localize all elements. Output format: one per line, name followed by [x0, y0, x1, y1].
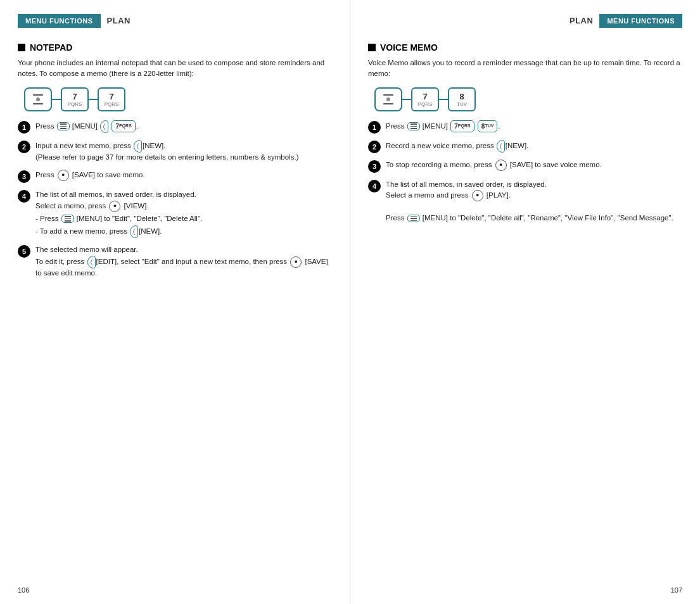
inline-circle-key-1: ●: [58, 170, 69, 181]
vm-inline-menu-key-2: [407, 215, 420, 223]
vm-inline-7-key: 7PQRS: [450, 120, 474, 133]
step-number-2: 2: [18, 141, 30, 153]
voicememo-step-4: 4 The list of all memos, in saved order,…: [368, 179, 682, 224]
right-page-number: 107: [671, 586, 682, 594]
voicememo-step-2: 2 Record a new voice memo, press 〉[NEW].: [368, 140, 682, 153]
vm-diagram-8-key: 8 TUV: [448, 87, 476, 111]
left-menu-functions-badge: MENU FUNCTIONS: [18, 14, 101, 28]
right-page: PLAN MENU FUNCTIONS VOICE MEMO Voice Mem…: [350, 0, 700, 604]
diagram-menu-key: [24, 87, 52, 111]
vm-inline-nav-key-1: 〉: [497, 140, 505, 153]
right-menu-functions-badge: MENU FUNCTIONS: [599, 14, 682, 28]
voicememo-step-1: 1 Press [MENU] 7PQRS 8TUV.: [368, 120, 682, 134]
vm-step-number-1: 1: [368, 121, 381, 134]
notepad-step-1: 1 Press [MENU] 〉 7PQRS.: [18, 120, 332, 134]
step-number-5: 5: [18, 245, 30, 258]
step-number-4: 4: [18, 190, 30, 203]
right-plan-label: PLAN: [563, 13, 599, 28]
notepad-step-5: 5 The selected memo will appear. To edit…: [18, 244, 332, 279]
key-connector-2: [89, 99, 98, 100]
vm-inline-circle-key-2: ●: [472, 190, 483, 201]
step-2-content: Input a new text memo, press 〉[NEW]. (Pl…: [35, 140, 332, 163]
left-page: MENU FUNCTIONS PLAN NOTEPAD Your phone i…: [0, 0, 350, 604]
left-header: MENU FUNCTIONS PLAN: [18, 13, 332, 28]
inline-nav-key-1: 〉: [100, 120, 108, 133]
diagram-7-key-1: 7 PQRS: [61, 87, 89, 111]
inline-circle-key-2: ●: [109, 201, 120, 212]
vm-diagram-menu-key: [374, 87, 402, 111]
title-square-icon: [18, 44, 25, 51]
vm-step-1-content: Press [MENU] 7PQRS 8TUV.: [386, 120, 682, 133]
vm-inline-8-key: 8TUV: [478, 120, 498, 133]
left-plan-label: PLAN: [101, 13, 137, 28]
diagram-7-key-2: 7 PQRS: [98, 87, 125, 111]
step-number-3: 3: [18, 170, 30, 183]
vm-inline-circle-key-1: ●: [495, 160, 507, 171]
step-4-content: The list of all memos, in saved order, i…: [35, 189, 332, 238]
vm-inline-menu-key-1: [407, 122, 420, 130]
inline-nav-key-2: 〉: [134, 140, 142, 153]
vm-key-connector-2: [439, 99, 448, 100]
inline-circle-key-3: ●: [290, 256, 302, 268]
step-3-content: Press ● [SAVE] to save memo.: [35, 170, 332, 181]
key-connector-1: [52, 99, 61, 100]
title-square-icon-right: [368, 44, 376, 51]
step-5-content: The selected memo will appear. To edit i…: [35, 244, 332, 279]
left-page-number: 106: [18, 586, 29, 594]
vm-step-4-content: The list of all memos, in saved order, i…: [386, 179, 682, 224]
voicememo-step-3: 3 To stop recording a memo, press ● [SAV…: [368, 160, 682, 173]
notepad-key-diagram: 7 PQRS 7 PQRS: [24, 87, 332, 111]
notepad-step-2: 2 Input a new text memo, press 〉[NEW]. (…: [18, 140, 332, 163]
notepad-step-4: 4 The list of all memos, in saved order,…: [18, 189, 332, 238]
vm-step-3-content: To stop recording a memo, press ● [SAVE]…: [386, 160, 682, 171]
inline-nav-key-3: 〉: [130, 225, 138, 238]
vm-key-connector-1: [402, 99, 411, 100]
voicememo-section-title: VOICE MEMO: [368, 42, 682, 53]
inline-nav-key-4: 〉: [87, 256, 96, 268]
inline-7-key-1: 7PQRS: [111, 120, 135, 133]
vm-step-number-3: 3: [368, 160, 381, 173]
vm-diagram-7-key: 7 PQRS: [411, 87, 439, 111]
step-1-content: Press [MENU] 〉 7PQRS.: [35, 120, 332, 133]
notepad-desc: Your phone includes an internal notepad …: [18, 58, 332, 80]
vm-step-2-content: Record a new voice memo, press 〉[NEW].: [386, 140, 682, 153]
voicememo-key-diagram: 7 PQRS 8 TUV: [374, 87, 682, 111]
vm-step-number-4: 4: [368, 180, 381, 192]
notepad-section-title: NOTEPAD: [18, 42, 332, 53]
right-header: PLAN MENU FUNCTIONS: [368, 13, 682, 28]
notepad-step-3: 3 Press ● [SAVE] to save memo.: [18, 170, 332, 183]
inline-menu-key-2: [61, 215, 74, 223]
vm-step-number-2: 2: [368, 141, 381, 153]
voicememo-desc: Voice Memo allows you to record a remind…: [368, 58, 682, 80]
inline-menu-key-1: [57, 122, 70, 130]
step-number-1: 1: [18, 121, 30, 134]
